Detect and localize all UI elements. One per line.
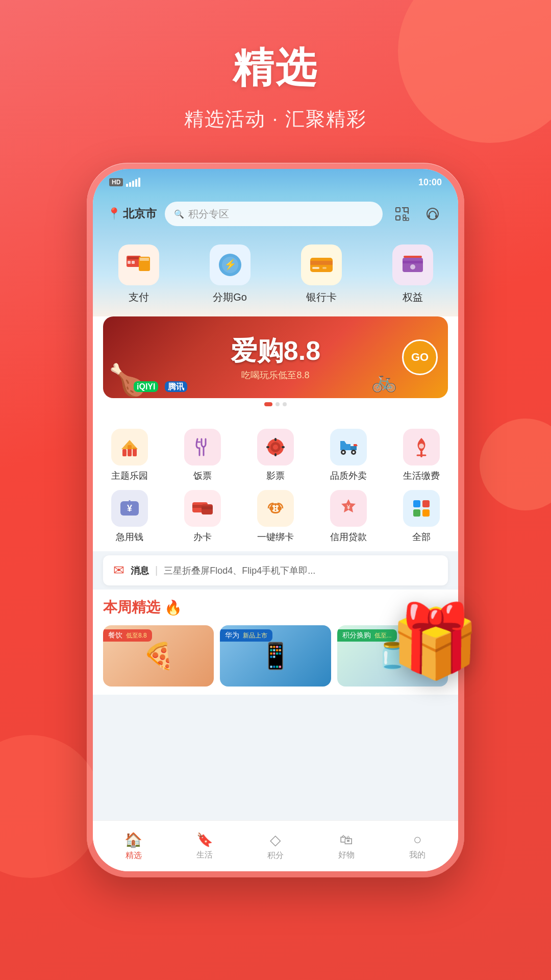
tab-points[interactable]: ◇ 积分 (240, 831, 311, 861)
service-quick-loan[interactable]: ¥ 急用钱 (93, 490, 166, 543)
tab-mine-icon: ○ (413, 831, 422, 848)
service-utilities-label: 生活缴费 (403, 470, 440, 482)
tab-life[interactable]: 🔖 生活 (169, 832, 240, 861)
service-all-label: 全部 (412, 531, 431, 543)
quick-item-bank[interactable]: 银行卡 (276, 244, 367, 304)
tab-mine-label: 我的 (409, 850, 425, 861)
utilities-icon (403, 429, 440, 465)
signal-icon (126, 178, 140, 187)
svg-rect-10 (428, 215, 430, 218)
svg-rect-16 (128, 261, 131, 264)
dot-1 (264, 402, 272, 406)
service-theme-park[interactable]: 主题乐园 (93, 429, 166, 482)
message-bar[interactable]: ✉ 消息 | 三星折叠屏Flod4、Flip4手机下单即... (103, 555, 448, 585)
tab-goods-icon: 🛍 (340, 832, 353, 848)
tab-mine[interactable]: ○ 我的 (382, 831, 453, 861)
delivery-icon (330, 429, 367, 465)
svg-rect-7 (406, 218, 409, 220)
tab-life-icon: 🔖 (196, 832, 213, 848)
scan-button[interactable] (391, 203, 413, 225)
signal-bar-2 (129, 182, 131, 187)
quick-item-installment[interactable]: ⚡ 分期Go (184, 244, 276, 304)
svg-rect-23 (312, 267, 319, 269)
service-quick-loan-label: 急用钱 (116, 531, 143, 543)
nav-icons (391, 203, 444, 225)
banner-subtitle: 吃喝玩乐低至8.8 (231, 369, 320, 381)
dot-3 (283, 402, 287, 406)
benefits-icon (392, 244, 433, 285)
banner-dots (103, 398, 448, 408)
tab-goods[interactable]: 🛍 好物 (311, 832, 382, 861)
svg-rect-29 (122, 449, 127, 456)
svg-point-53 (278, 506, 282, 510)
svg-rect-28 (404, 256, 422, 258)
tab-life-label: 生活 (196, 850, 213, 861)
benefits-icon-svg (398, 251, 427, 279)
search-box[interactable]: 🔍 积分专区 (165, 202, 383, 226)
delivery-svg (336, 435, 361, 459)
bank-icon (301, 244, 342, 285)
headset-button[interactable] (421, 203, 444, 225)
bottom-tab-bar: 🏠 精选 🔖 生活 ◇ 积分 🛍 好物 ○ 我的 (93, 820, 458, 871)
svg-rect-22 (310, 261, 333, 265)
tab-points-label: 积分 (267, 850, 284, 861)
page-subtitle: 精选活动 · 汇聚精彩 (0, 106, 551, 132)
service-row-1: 主题乐园 饭票 (93, 425, 458, 486)
svg-rect-56 (422, 500, 430, 507)
service-movie-ticket[interactable]: 影票 (239, 429, 312, 482)
service-utilities[interactable]: 生活缴费 (385, 429, 458, 482)
svg-text:¥: ¥ (346, 504, 350, 511)
bg-decoration-mid-right (480, 419, 551, 510)
credit-loan-svg: ¥ (336, 496, 361, 521)
tab-jingxuan[interactable]: 🏠 精选 (98, 831, 169, 861)
food-card-badge: 餐饮 低至8.8 (103, 629, 152, 642)
service-delivery[interactable]: 品质外卖 (312, 429, 385, 482)
svg-rect-1 (404, 208, 408, 212)
svg-rect-6 (403, 215, 406, 217)
quick-item-benefits[interactable]: 权益 (367, 244, 458, 304)
banner-logo-decoration: iQIYI 腾讯 (134, 376, 187, 393)
movie-ticket-icon (257, 429, 294, 465)
svg-rect-55 (413, 500, 420, 507)
banner-go-button[interactable]: GO (402, 339, 438, 375)
svg-rect-17 (132, 261, 135, 264)
status-bar-left: HD (109, 178, 140, 187)
svg-point-42 (342, 451, 344, 453)
theme-park-icon-svg (117, 435, 142, 459)
message-divider: | (155, 565, 158, 576)
svg-point-52 (269, 506, 273, 510)
quick-item-pay[interactable]: 支付 (93, 244, 184, 304)
weekly-card-appliance[interactable]: 🫙 积分换购 低至... (337, 625, 448, 687)
svg-rect-51 (202, 506, 213, 509)
weekly-card-tech[interactable]: 📱 华为 新品上市 (220, 625, 331, 687)
signal-bar-4 (135, 179, 137, 187)
svg-point-27 (410, 264, 415, 270)
food-voucher-icon (184, 429, 221, 465)
banner-bike-decoration: 🚲 (371, 369, 397, 393)
service-all[interactable]: 全部 (385, 490, 458, 543)
service-apply-card[interactable]: 办卡 (166, 490, 239, 543)
service-credit-loan[interactable]: ¥ 信用贷款 (312, 490, 385, 543)
pay-icon (118, 244, 159, 285)
svg-rect-57 (413, 509, 420, 517)
phone-outer-frame: HD 10:00 📍 北京市 � (87, 163, 464, 877)
svg-text:¥: ¥ (127, 503, 132, 513)
weekly-card-food[interactable]: 🍕 餐饮 低至8.8 (103, 625, 214, 687)
service-delivery-label: 品质外卖 (330, 470, 367, 482)
signal-bar-1 (126, 184, 128, 187)
top-nav: 📍 北京市 🔍 积分专区 (93, 195, 458, 234)
service-food-voucher[interactable]: 饭票 (166, 429, 239, 482)
location-text: 北京市 (123, 206, 157, 222)
service-movie-label: 影票 (266, 470, 285, 482)
location-button[interactable]: 📍 北京市 (107, 206, 157, 222)
service-bind-card[interactable]: 一键绑卡 (239, 490, 312, 543)
page-title-area: 精选 精选活动 · 汇聚精彩 (0, 0, 551, 132)
quick-installment-label: 分期Go (213, 290, 247, 304)
quick-bank-label: 银行卡 (306, 290, 337, 304)
installment-icon-svg: ⚡ (216, 251, 244, 279)
bind-card-svg (263, 496, 288, 521)
appliance-card-badge: 积分换购 低至... (337, 629, 397, 642)
all-services-svg (409, 496, 434, 521)
promo-banner[interactable]: 🍗 iQIYI 腾讯 爱购8.8 吃喝玩乐低至8.8 🚲 GO (103, 316, 448, 398)
quick-benefits-label: 权益 (403, 290, 423, 304)
